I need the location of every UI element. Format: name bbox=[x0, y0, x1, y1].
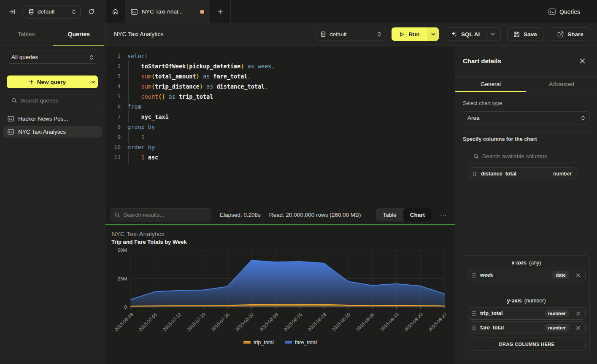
code-token: () bbox=[158, 93, 165, 100]
new-query-main: New query bbox=[7, 79, 88, 85]
search-queries-field[interactable] bbox=[7, 94, 98, 107]
column-chip-fare_total[interactable]: fare_totalnumber bbox=[468, 321, 586, 334]
code-line[interactable]: 8group by bbox=[109, 122, 455, 132]
save-button[interactable]: Save bbox=[507, 27, 543, 41]
y-axis-heading: y-axis(number) bbox=[463, 298, 589, 304]
code-line[interactable]: 6from bbox=[109, 102, 455, 112]
code-token bbox=[145, 154, 148, 161]
plus-icon bbox=[29, 79, 34, 84]
code-line[interactable]: 4 sum(trip_distance) as distance_total, bbox=[109, 81, 455, 92]
tab-advanced[interactable]: Advanced bbox=[526, 77, 597, 92]
ellipsis-icon: ⋯ bbox=[440, 211, 447, 219]
sql-editor[interactable]: 1select2 toStartOfWeek(pickup_datetime) … bbox=[105, 46, 455, 205]
code-line[interactable]: 10order by bbox=[109, 142, 455, 152]
home-icon bbox=[112, 8, 119, 15]
code-token: distance_total bbox=[216, 83, 265, 90]
panel-divider bbox=[463, 251, 590, 251]
table-view-button[interactable]: Table bbox=[376, 208, 403, 221]
column-chip-week[interactable]: weekdate bbox=[468, 269, 586, 281]
code-token: as bbox=[248, 63, 254, 70]
run-button[interactable]: Run bbox=[392, 27, 439, 41]
code-text: sum(trip_distance) as distance_total, bbox=[127, 81, 268, 92]
chart-details-panel: Chart details General Advanced Select ch… bbox=[455, 46, 597, 364]
column-chip-trip_total[interactable]: trip_totalnumber bbox=[468, 307, 586, 320]
query-filter-select[interactable]: All queries bbox=[7, 51, 98, 64]
remove-column-button[interactable] bbox=[575, 311, 581, 316]
columns-label: Specify columns for the chart bbox=[463, 136, 537, 142]
new-query-button[interactable]: New query bbox=[7, 75, 98, 88]
share-button[interactable]: Share bbox=[550, 27, 591, 41]
remove-column-button[interactable] bbox=[575, 273, 581, 278]
search-queries-input[interactable] bbox=[20, 97, 94, 104]
code-token: sum bbox=[141, 73, 151, 80]
search-columns-input[interactable] bbox=[482, 153, 573, 159]
query-list-item[interactable]: NYC Taxi Analytics bbox=[3, 126, 102, 138]
query-list-item[interactable]: Hacker News Pos... bbox=[3, 113, 102, 124]
search-columns-field[interactable] bbox=[469, 150, 577, 162]
legend-item-trip_total[interactable]: trip_total bbox=[243, 340, 274, 345]
chart-details-tabs: General Advanced bbox=[455, 77, 597, 92]
code-token: trip_total bbox=[179, 93, 213, 100]
svg-text:2015-07-26: 2015-07-26 bbox=[210, 312, 230, 332]
tab-tables[interactable]: Tables bbox=[0, 23, 53, 45]
collapse-sidebar-button[interactable] bbox=[6, 5, 19, 18]
tab-queries[interactable]: Queries bbox=[53, 23, 105, 45]
top-bar-left: default bbox=[0, 0, 105, 23]
unsaved-changes-dot bbox=[200, 10, 204, 14]
code-line[interactable]: 5 count() as trip_total bbox=[109, 92, 455, 102]
tab-nyc-taxi-analytics[interactable]: NYC Taxi Anal... bbox=[125, 0, 210, 23]
chart-type-select[interactable]: Area bbox=[463, 111, 590, 124]
console-icon bbox=[8, 116, 14, 121]
code-line[interactable]: 1select bbox=[109, 51, 455, 61]
code-token: 1 bbox=[141, 154, 145, 161]
code-line[interactable]: 3 sum(total_amount) as fare_total, bbox=[109, 71, 455, 81]
refresh-button[interactable] bbox=[85, 5, 97, 18]
line-number: 7 bbox=[109, 112, 121, 122]
tab-strip: NYC Taxi Anal... bbox=[105, 0, 597, 23]
column-chip-distance_total[interactable]: distance_totalnumber bbox=[469, 167, 577, 180]
x-axis-heading: x-axis(any) bbox=[463, 260, 589, 266]
svg-text:2015-08-23: 2015-08-23 bbox=[307, 312, 327, 332]
code-line[interactable]: 2 toStartOfWeek(pickup_datetime) as week… bbox=[109, 61, 455, 71]
legend-item-fare_total[interactable]: fare_total bbox=[285, 340, 317, 345]
code-token: , bbox=[248, 73, 251, 80]
save-icon bbox=[513, 31, 520, 38]
elapsed-time: Elapsed: 0.208s bbox=[220, 212, 261, 218]
console-icon bbox=[548, 8, 556, 15]
code-text: toStartOfWeek(pickup_datetime) as week, bbox=[127, 61, 275, 71]
queries-shortcut-button[interactable]: Queries bbox=[548, 0, 580, 23]
remove-column-button[interactable] bbox=[575, 326, 581, 330]
code-line[interactable]: 9 1 bbox=[109, 132, 455, 142]
column-type-badge: number bbox=[545, 324, 569, 332]
header-database-selector[interactable]: default bbox=[316, 28, 386, 41]
code-line[interactable]: 7 nyc_taxi bbox=[109, 112, 455, 122]
more-options-button[interactable]: ⋯ bbox=[437, 208, 450, 221]
close-panel-button[interactable] bbox=[576, 55, 589, 67]
new-tab-button[interactable] bbox=[210, 0, 230, 23]
code-line[interactable]: 11 1 asc bbox=[109, 152, 455, 162]
run-main[interactable]: Run bbox=[392, 27, 427, 41]
code-text: group by bbox=[127, 122, 155, 132]
y-axis-hint: (number) bbox=[524, 298, 546, 304]
line-number: 8 bbox=[109, 122, 121, 132]
new-query-dropdown[interactable] bbox=[88, 78, 98, 85]
run-options-dropdown[interactable] bbox=[427, 27, 439, 41]
tab-general[interactable]: General bbox=[455, 77, 526, 92]
share-icon bbox=[557, 31, 564, 38]
database-selector[interactable]: default bbox=[24, 5, 81, 19]
search-results-field[interactable] bbox=[110, 208, 211, 221]
code-token: pickup_datetime bbox=[189, 63, 240, 70]
search-results-input[interactable] bbox=[123, 212, 206, 218]
chart-view-button[interactable]: Chart bbox=[403, 208, 432, 221]
line-number: 11 bbox=[109, 152, 121, 162]
svg-text:2015-09-06: 2015-09-06 bbox=[355, 312, 375, 332]
tab-strip-divider bbox=[230, 0, 231, 23]
column-name: distance_total bbox=[481, 171, 516, 177]
home-tab-button[interactable] bbox=[105, 0, 125, 23]
chart-type-label: Select chart type bbox=[463, 100, 502, 106]
sql-ai-button[interactable]: SQL AI bbox=[445, 27, 501, 41]
drag-columns-dropzone[interactable]: DRAG COLUMNS HERE bbox=[468, 337, 586, 351]
query-filter-value: All queries bbox=[11, 54, 38, 60]
code-text: 1 bbox=[127, 132, 145, 142]
sql-ai-dropdown[interactable] bbox=[486, 30, 495, 38]
